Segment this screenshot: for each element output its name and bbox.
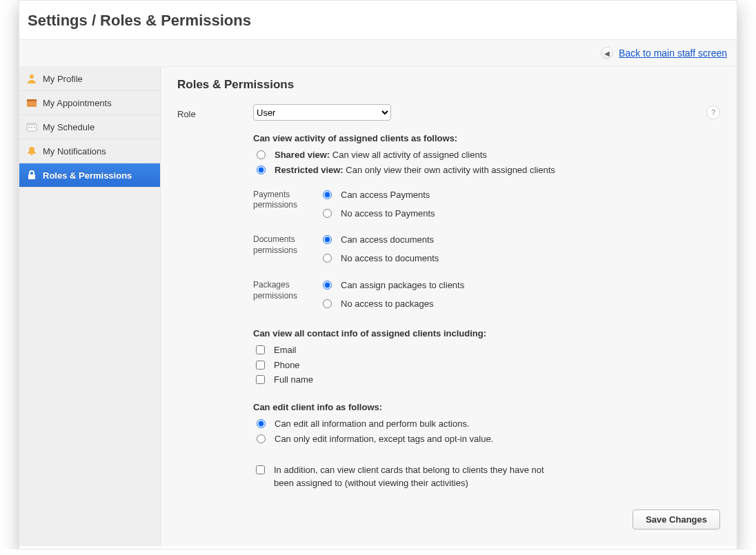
documents-access-option[interactable]: Can access documents [319,234,439,247]
packages-noaccess-radio[interactable] [323,299,332,308]
edit-options: Can edit all information and perform bul… [253,418,720,446]
role-row: Role User ? [177,104,720,121]
extra-option-row: In addition, can view client cards that … [253,464,720,490]
sidebar-item-my-schedule[interactable]: My Schedule [19,115,160,139]
sidebar-item-label: My Appointments [43,98,112,108]
sidebar-item-my-appointments[interactable]: My Appointments [19,91,160,115]
sidebar-item-label: My Notifications [43,146,106,157]
view-options: Shared view: Can view all activity of as… [253,149,720,177]
packages-permissions: Packages permissions Can assign packages… [253,277,720,313]
page-body: My Profile My Appointments My Schedule M… [19,67,737,546]
payments-access-option[interactable]: Can access Payments [319,189,435,202]
shared-view-radio[interactable] [257,150,266,159]
payments-access-radio[interactable] [323,190,332,199]
section-heading: Roles & Permissions [177,78,720,92]
shared-view-option[interactable]: Shared view: Can view all activity of as… [253,149,720,162]
payments-noaccess-option[interactable]: No access to Payments [319,208,435,221]
payments-label: Payments permissions [253,187,319,211]
back-link-text[interactable]: Back to main staff screen [619,48,727,59]
documents-label: Documents permissions [253,232,319,256]
sidebar-item-label: My Schedule [43,122,94,132]
svg-point-0 [30,74,34,79]
documents-permissions: Documents permissions Can access documen… [253,232,720,268]
main-content: Roles & Permissions Role User ? Can view… [161,67,737,546]
profile-icon [26,73,37,84]
documents-noaccess-option[interactable]: No access to documents [319,252,439,265]
sidebar-item-label: My Profile [43,74,83,84]
svg-rect-2 [27,99,37,101]
documents-noaccess-radio[interactable] [323,254,332,263]
schedule-icon [26,121,37,132]
contact-checklist: Email Phone Full name [253,344,720,387]
svg-rect-4 [27,123,37,125]
role-select[interactable]: User [253,104,391,121]
packages-access-option[interactable]: Can assign packages to clients [319,279,464,292]
documents-access-radio[interactable] [323,235,332,244]
contact-phone-option[interactable]: Phone [253,359,720,372]
view-client-cards-option[interactable]: In addition, can view client cards that … [253,464,720,490]
edit-limited-radio[interactable] [257,434,266,443]
contact-email-option[interactable]: Email [253,344,720,357]
top-bar: ◀ Back to main staff screen [19,40,737,67]
page-title: Settings / Roles & Permissions [28,12,728,30]
calendar-icon [26,97,37,108]
sidebar-item-my-notifications[interactable]: My Notifications [19,139,160,163]
contact-heading: Can view all contact info of assigned cl… [253,328,720,339]
page-header: Settings / Roles & Permissions [19,1,737,40]
help-icon[interactable]: ? [706,105,720,119]
sidebar-item-label: Roles & Permissions [43,170,132,181]
bell-icon [26,145,37,157]
save-row: Save Changes [177,509,720,529]
svg-rect-9 [28,174,35,179]
edit-all-radio[interactable] [257,419,266,428]
save-button[interactable]: Save Changes [633,509,720,529]
payments-noaccess-radio[interactable] [323,209,332,218]
role-label: Role [177,106,253,119]
packages-access-radio[interactable] [323,281,332,290]
contact-email-checkbox[interactable] [256,345,265,354]
restricted-view-radio[interactable] [257,165,266,174]
payments-permissions: Payments permissions Can access Payments… [253,187,720,223]
edit-all-option[interactable]: Can edit all information and perform bul… [253,418,720,431]
contact-fullname-checkbox[interactable] [256,375,265,384]
back-icon: ◀ [601,47,613,59]
app-window: Settings / Roles & Permissions ◀ Back to… [19,0,737,549]
svg-point-8 [31,154,33,156]
back-link[interactable]: ◀ Back to main staff screen [601,47,727,59]
svg-rect-5 [28,127,30,128]
svg-rect-7 [34,127,35,128]
sidebar-item-roles-permissions[interactable]: Roles & Permissions [19,163,160,188]
restricted-view-option[interactable]: Restricted view: Can only view their own… [253,164,720,177]
activity-heading: Can view activity of assigned clients as… [253,133,720,143]
packages-noaccess-option[interactable]: No access to packages [319,298,464,311]
edit-limited-option[interactable]: Can only edit information, except tags a… [253,433,720,446]
sidebar: My Profile My Appointments My Schedule M… [19,67,161,546]
edit-heading: Can edit client info as follows: [253,402,720,412]
contact-phone-checkbox[interactable] [256,361,265,370]
view-client-cards-checkbox[interactable] [256,465,265,474]
contact-fullname-option[interactable]: Full name [253,374,720,387]
lock-icon [26,170,37,181]
packages-label: Packages permissions [253,277,319,301]
svg-rect-6 [31,127,32,128]
sidebar-item-my-profile[interactable]: My Profile [19,67,160,91]
